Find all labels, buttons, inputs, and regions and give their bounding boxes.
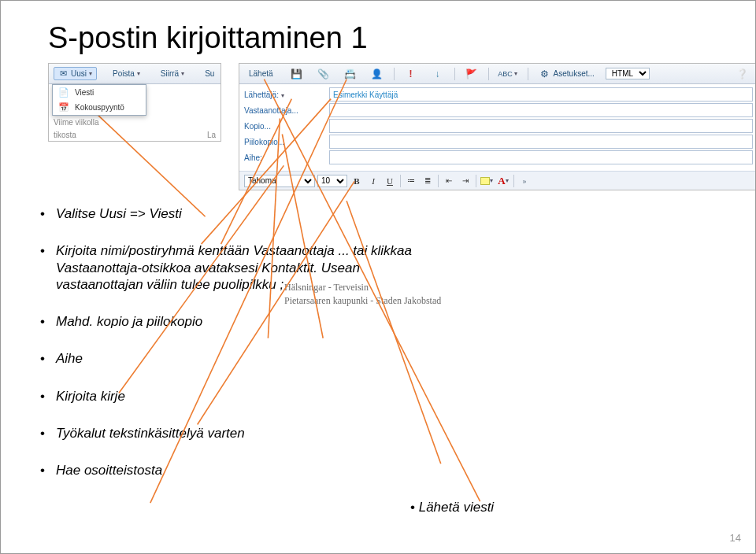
flag-icon: 🚩 (465, 68, 478, 80)
bullet-7: Hae osoitteistosta (40, 462, 434, 478)
wm-row1: Hälsningar - Terveisin (284, 281, 441, 294)
help-button[interactable]: ❔ (731, 66, 753, 82)
move-button[interactable]: Siirrä ▾ (156, 68, 189, 79)
dropdown-message-label: Viesti (75, 88, 94, 97)
indent-icon: ⇥ (462, 176, 469, 185)
from-label: Lähettäjä: ▾ (244, 90, 323, 99)
importance-low-icon: ↓ (432, 68, 444, 80)
screenshot-compose: Lähetä 💾 📎 📇 👤 ! ↓ 🚩 ABC▾ ⚙Asetukset... … (239, 63, 756, 190)
bulletlist-button[interactable]: ≔ (404, 174, 418, 188)
italic-button[interactable]: I (366, 174, 380, 188)
to-label[interactable]: Vastaanottaja... (244, 106, 323, 115)
bullet-5: Kirjoita kirje (40, 388, 434, 404)
save-button[interactable]: 💾 (286, 66, 308, 82)
left-tab-2: La (207, 131, 216, 139)
spellcheck-button[interactable]: ABC▾ (495, 66, 522, 82)
chevron-down-icon: ▾ (514, 70, 517, 77)
wm-row2: Pietarsaaren kaupunki - Staden Jakobstad (284, 294, 441, 308)
send-label: Lähetä (249, 69, 273, 78)
help-icon: ❔ (736, 68, 748, 80)
dropdown-meeting-label: Kokouspyyntö (75, 103, 124, 112)
outdent-icon: ⇤ (446, 176, 452, 185)
move-label: Siirrä (161, 69, 179, 78)
chevron-down-icon: ▾ (137, 70, 140, 77)
bullet-send: Lähetä viesti (410, 500, 494, 515)
save-icon: 💾 (291, 68, 303, 80)
options-label: Asetukset... (554, 69, 595, 78)
subject-field[interactable] (329, 150, 753, 164)
page-number: 14 (730, 532, 741, 544)
numberlist-button[interactable]: ≣ (421, 174, 435, 188)
underline-button[interactable]: U (383, 174, 397, 188)
importance-low-button[interactable]: ↓ (427, 66, 449, 82)
delete-label: Poista (113, 69, 135, 78)
mail-icon: ✉ (58, 68, 69, 79)
highlight-icon (480, 177, 490, 185)
delete-button[interactable]: Poista ▾ (108, 68, 145, 79)
checkname-button[interactable]: 👤 (366, 66, 388, 82)
importance-high-button[interactable]: ! (400, 66, 422, 82)
message-icon: 📄 (57, 87, 70, 98)
new-button[interactable]: ✉ Uusi ▾ (54, 67, 97, 80)
send-button[interactable]: Lähetä (244, 68, 278, 79)
new-dropdown: 📄 Viesti 📅 Kokouspyyntö (52, 84, 146, 116)
gear-icon: ⚙ (539, 68, 551, 80)
indent-button[interactable]: ⇥ (458, 174, 472, 188)
cc-field[interactable] (329, 119, 753, 133)
bullet-4: Aihe (40, 350, 434, 367)
bullet-3: Mahd. kopio ja piilokopio (40, 313, 434, 330)
from-field[interactable] (329, 87, 753, 102)
more-icon: » (523, 176, 527, 185)
spellcheck-icon: ABC (499, 68, 512, 80)
bulletlist-icon: ≔ (407, 176, 415, 185)
bcc-field[interactable] (329, 135, 753, 149)
bold-button[interactable]: B (350, 174, 364, 188)
importance-high-icon: ! (405, 68, 417, 80)
font-size-select[interactable]: 10 (317, 175, 347, 187)
bcc-label[interactable]: Piilokopio... (244, 138, 323, 146)
dropdown-item-meeting[interactable]: 📅 Kokouspyyntö (53, 100, 146, 115)
left-frag-text: Viime viikolla (49, 116, 220, 129)
format-select[interactable]: HTML (606, 68, 650, 79)
fontcolor-icon: A (498, 175, 505, 187)
calendar-icon: 📅 (57, 102, 70, 113)
cc-label[interactable]: Kopio... (244, 122, 323, 131)
instruction-list: Valitse Uusi => Viesti Kirjoita nimi/pos… (40, 205, 434, 499)
chevron-down-icon: ▾ (89, 70, 92, 77)
to-field[interactable] (329, 103, 753, 117)
font-family-select[interactable]: Tahoma (244, 175, 315, 187)
page-title: S-postin kirjoittaminen 1 (48, 21, 724, 55)
left-tab-1: tikosta (54, 131, 76, 139)
numberlist-icon: ≣ (424, 176, 431, 185)
chevron-down-icon: ▾ (181, 70, 184, 77)
bullet-1: Valitse Uusi => Viesti (40, 205, 434, 222)
person-check-icon: 👤 (371, 68, 384, 80)
addressbook-icon: 📇 (344, 68, 357, 80)
options-button[interactable]: ⚙Asetukset... (534, 66, 599, 82)
outdent-button[interactable]: ⇤ (442, 174, 456, 188)
bullet-6: Työkalut tekstinkäsittelyä varten (40, 425, 434, 441)
screenshot-left: ✉ Uusi ▾ Poista ▾ Siirrä ▾ Su (48, 63, 221, 142)
flag-button[interactable]: 🚩 (461, 66, 483, 82)
new-label: Uusi (71, 69, 87, 78)
highlight-button[interactable]: ▾ (480, 174, 494, 188)
fontcolor-button[interactable]: A▾ (496, 174, 510, 188)
chevron-down-icon: ▾ (490, 177, 493, 184)
subject-label: Aihe: (244, 153, 323, 162)
truncated-button[interactable]: Su (200, 68, 219, 79)
more-button[interactable]: » (517, 174, 532, 188)
addressbook-button[interactable]: 📇 (339, 66, 361, 82)
paperclip-icon: 📎 (317, 68, 330, 80)
chevron-down-icon: ▾ (506, 177, 509, 184)
attach-button[interactable]: 📎 (313, 66, 335, 82)
dropdown-item-message[interactable]: 📄 Viesti (53, 85, 146, 100)
